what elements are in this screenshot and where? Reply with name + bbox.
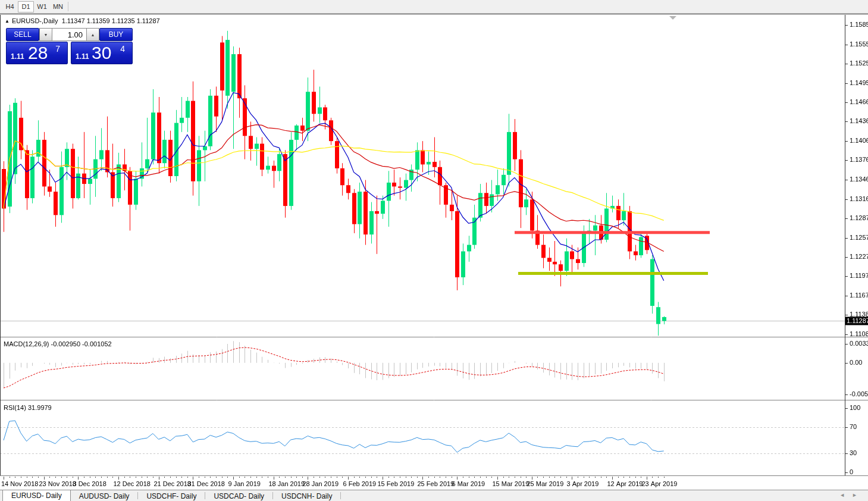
buy-price-main: 30: [92, 43, 111, 63]
volume-decrease-button[interactable]: ▼: [39, 28, 52, 41]
rsi-value: 31.9979: [28, 404, 52, 411]
macd-values: -0.002950 -0.001052: [51, 340, 111, 347]
symbol-name: EURUSD-,Daily: [12, 17, 58, 24]
timeframe-toolbar: H4 D1 W1 MN: [0, 0, 868, 13]
timeframe-button-d1[interactable]: D1: [18, 1, 34, 12]
rsi-name: RSI(14): [4, 404, 26, 411]
timeframe-button-w1[interactable]: W1: [34, 1, 50, 12]
chevron-down-icon: ▼: [44, 33, 48, 37]
timeframe-button-h4[interactable]: H4: [2, 1, 18, 12]
tab-usdcad-daily[interactable]: USDCAD- Daily: [205, 492, 273, 499]
sell-button[interactable]: SELL: [6, 28, 39, 41]
symbol-marker-icon: ▲: [5, 18, 10, 24]
tab-scrollers: ◄►: [839, 492, 864, 498]
chart-tab-bar: EURUSD- Daily AUDUSD- Daily USDCHF- Dail…: [0, 490, 868, 501]
tab-eurusd-daily[interactable]: EURUSD- Daily: [2, 490, 71, 501]
toolbar-separator: [68, 2, 68, 11]
sell-price-main: 28: [28, 43, 48, 63]
macd-name: MACD(12,26,9): [4, 340, 49, 347]
tab-usdcnh-daily[interactable]: USDCNH- Daily: [273, 492, 341, 499]
volume-input[interactable]: [52, 28, 86, 41]
rsi-indicator-label: RSI(14) 31.9979: [4, 404, 52, 411]
ohlc-values: 1.11347 1.11359 1.11235 1.11287: [62, 17, 160, 24]
chevron-up-icon: ▲: [91, 33, 95, 37]
sell-price-prefix: 1.11: [11, 52, 24, 61]
buy-price-pip: 4: [120, 44, 125, 54]
tab-audusd-daily[interactable]: AUDUSD- Daily: [71, 492, 139, 499]
tab-scroll-right-icon[interactable]: ►: [852, 492, 864, 498]
chart-area: ▲EURUSD-,Daily 1.11347 1.11359 1.11235 1…: [0, 15, 868, 490]
buy-button[interactable]: BUY: [99, 28, 133, 41]
timeframe-button-mn[interactable]: MN: [50, 1, 66, 12]
volume-increase-button[interactable]: ▲: [86, 28, 99, 41]
price-chart-canvas[interactable]: [0, 15, 868, 490]
chart-title: ▲EURUSD-,Daily 1.11347 1.11359 1.11235 1…: [5, 17, 160, 24]
buy-price-prefix: 1.11: [76, 52, 89, 61]
sell-price-pip: 7: [55, 44, 60, 54]
tab-usdchf-daily[interactable]: USDCHF- Daily: [138, 492, 205, 499]
sell-price-button[interactable]: 1.11 28 7: [6, 42, 68, 64]
one-click-trading-panel: SELL ▼ ▲ BUY 1.11 28 7 1.11 30 4: [6, 28, 133, 64]
tab-scroll-left-icon[interactable]: ◄: [839, 492, 852, 498]
buy-price-button[interactable]: 1.11 30 4: [71, 42, 133, 64]
macd-indicator-label: MACD(12,26,9) -0.002950 -0.001052: [4, 340, 112, 347]
